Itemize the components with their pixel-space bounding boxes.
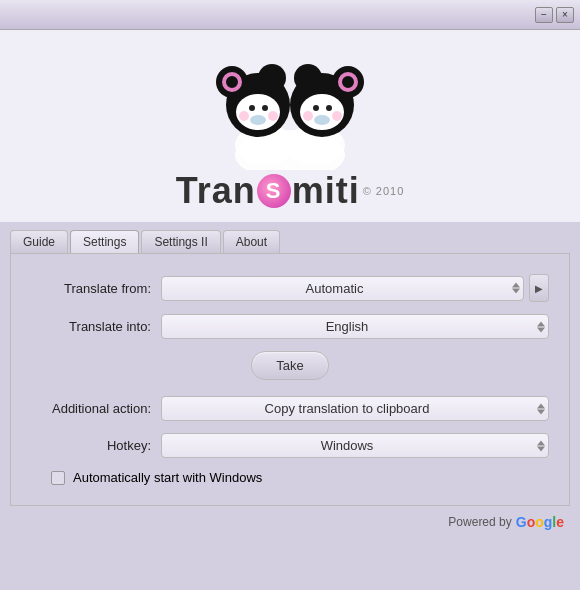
powered-by-label: Powered by (448, 515, 511, 529)
hotkey-row: Hotkey: Windows (31, 433, 549, 458)
tab-guide[interactable]: Guide (10, 230, 68, 253)
svg-point-4 (216, 66, 248, 98)
tabs-bar: Guide Settings Settings II About (0, 222, 580, 253)
translate-from-wrapper: Automatic (161, 276, 524, 301)
svg-point-25 (303, 111, 313, 121)
svg-point-12 (250, 115, 266, 125)
translate-from-label: Translate from: (31, 281, 161, 296)
autostart-checkbox[interactable] (51, 471, 65, 485)
translate-from-row: Translate from: Automatic ▶ (31, 274, 549, 302)
additional-action-label: Additional action: (31, 401, 161, 416)
svg-point-26 (332, 111, 342, 121)
powered-by-footer: Powered by Google (0, 506, 580, 538)
hotkey-wrapper: Windows (161, 433, 549, 458)
translate-nav-button[interactable]: ▶ (529, 274, 549, 302)
translate-into-select[interactable]: English (161, 314, 549, 339)
title-s: S (257, 174, 291, 208)
tab-about[interactable]: About (223, 230, 280, 253)
tab-settings2[interactable]: Settings II (141, 230, 220, 253)
svg-point-14 (294, 64, 322, 92)
svg-point-22 (314, 115, 330, 125)
take-button[interactable]: Take (251, 351, 328, 380)
translate-from-select[interactable]: Automatic (161, 276, 524, 301)
title-bar: − × (0, 0, 580, 30)
translate-into-wrapper: English (161, 314, 549, 339)
svg-point-11 (262, 105, 268, 111)
svg-point-19 (313, 105, 319, 111)
app-header: Tran S miti © 2010 (0, 30, 580, 222)
autostart-row: Automatically start with Windows (31, 470, 549, 485)
svg-point-21 (326, 105, 332, 111)
minimize-button[interactable]: − (535, 7, 553, 23)
additional-action-select[interactable]: Copy translation to clipboard (161, 396, 549, 421)
close-button[interactable]: × (556, 7, 574, 23)
additional-action-wrapper: Copy translation to clipboard (161, 396, 549, 421)
svg-point-24 (268, 111, 278, 121)
svg-point-5 (258, 64, 286, 92)
take-button-row: Take (31, 351, 549, 380)
svg-point-23 (239, 111, 249, 121)
svg-point-9 (249, 105, 255, 111)
autostart-label: Automatically start with Windows (73, 470, 262, 485)
tab-settings[interactable]: Settings (70, 230, 139, 253)
svg-point-15 (332, 66, 364, 98)
hotkey-select[interactable]: Windows (161, 433, 549, 458)
title-copyright: © 2010 (363, 185, 405, 197)
additional-action-row: Additional action: Copy translation to c… (31, 396, 549, 421)
title-miti: miti (292, 170, 360, 212)
title-tran: Tran (176, 170, 256, 212)
translate-into-label: Translate into: (31, 319, 161, 334)
google-logo: Google (516, 514, 564, 530)
settings-panel: Translate from: Automatic ▶ Translate in… (10, 253, 570, 506)
app-title: Tran S miti © 2010 (176, 170, 405, 212)
translate-into-row: Translate into: English (31, 314, 549, 339)
hotkey-label: Hotkey: (31, 438, 161, 453)
mascot-image (210, 40, 370, 170)
